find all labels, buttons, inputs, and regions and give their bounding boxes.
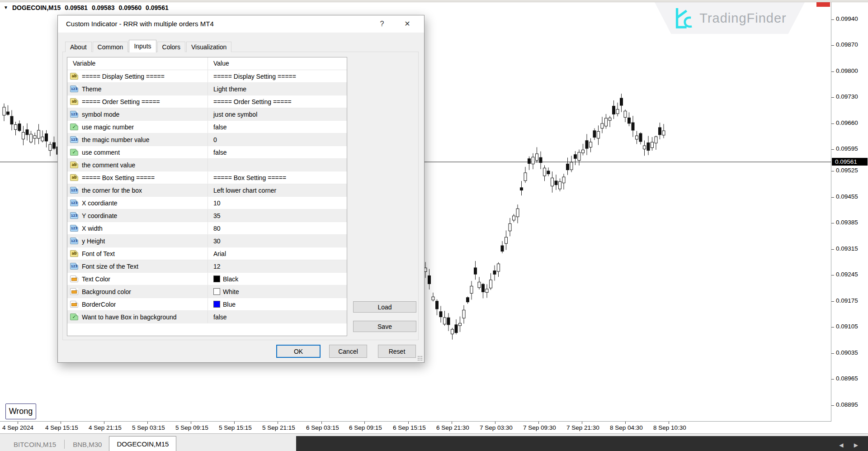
variable-value: false [213, 313, 227, 321]
value-cell[interactable]: Black [208, 273, 347, 285]
tradingfinder-watermark: TradingFinder [655, 2, 805, 34]
time-label: 6 Sep 21:30 [436, 424, 469, 431]
dialog-tab-visualization[interactable]: Visualization [186, 42, 231, 52]
chart-tab-dogecoin-m15[interactable]: DOGECOIN,M15 [109, 436, 176, 451]
table-row[interactable]: Text ColorBlack [67, 273, 347, 285]
table-row[interactable]: 123X coordiante10 [67, 197, 347, 209]
variable-cell: 123X coordiante [67, 197, 208, 209]
table-row[interactable]: ✓Want to have Box in bagckgroundfalse [67, 311, 347, 323]
variable-value: 12 [213, 263, 221, 270]
table-row[interactable]: 123X width80 [67, 222, 347, 235]
time-axis[interactable]: 4 Sep 20244 Sep 15:154 Sep 21:155 Sep 03… [0, 421, 831, 434]
dialog-tab-about[interactable]: About [65, 42, 92, 52]
table-row[interactable]: 123the corner for the boxLeft lower char… [67, 184, 347, 197]
value-cell[interactable]: false [208, 146, 347, 158]
variable-name: use comment [82, 149, 120, 156]
variable-name: Want to have Box in bagckground [82, 313, 177, 321]
time-tick [669, 422, 669, 424]
dialog-title: Custom Indicator - RRR with multiple ord… [66, 15, 214, 33]
variable-value: 0 [213, 136, 217, 143]
table-row[interactable]: ab===== Box Setting ========== Box Setti… [67, 171, 347, 184]
variable-name: X width [82, 225, 103, 232]
price-tick [831, 97, 834, 98]
variable-value: 30 [213, 237, 221, 245]
price-axis[interactable]: 0.09561 0.099400.098700.098000.097300.09… [831, 0, 868, 421]
tab-scroll-arrows-icon[interactable]: ◀ ▶ [839, 442, 863, 448]
help-icon[interactable]: ? [375, 15, 389, 33]
chart-tab-bnb-m30[interactable]: BNB,M30 [66, 438, 109, 451]
price-tick [831, 123, 834, 124]
close-value: 0.09561 [146, 4, 169, 11]
wrong-button[interactable]: Wrong [5, 404, 36, 419]
table-header-row: Variable Value [67, 57, 347, 70]
bottom-dark-bar: ◀ ▶ [296, 436, 868, 451]
price-label: 0.09315 [836, 245, 858, 252]
variable-name: ===== Order Setting ===== [82, 98, 160, 105]
variable-cell: ✓use comment [67, 146, 208, 158]
dialog-tab-inputs[interactable]: Inputs [129, 40, 156, 52]
variable-value: ===== Box Setting ===== [213, 174, 286, 181]
value-cell[interactable]: Light theme [208, 83, 347, 95]
value-cell[interactable]: ===== Box Setting ===== [208, 171, 347, 184]
table-row[interactable]: abthe comment value [67, 159, 347, 171]
variable-cell: ✓use magic number [67, 121, 208, 133]
resize-grip[interactable] [417, 356, 423, 361]
time-label: 5 Sep 09:15 [175, 424, 208, 431]
value-cell[interactable]: 30 [208, 235, 347, 247]
value-cell[interactable]: false [208, 311, 347, 323]
cancel-button[interactable]: Cancel [329, 345, 367, 358]
variable-value: 80 [213, 225, 221, 232]
close-icon[interactable]: ✕ [401, 15, 414, 33]
value-cell[interactable]: 0 [208, 133, 347, 146]
value-cell[interactable] [208, 159, 347, 171]
value-cell[interactable]: 10 [208, 197, 347, 209]
table-row[interactable]: BorderColorBlue [67, 298, 347, 311]
load-button[interactable]: Load [353, 301, 416, 313]
price-label: 0.09940 [836, 15, 858, 22]
price-label: 0.09870 [836, 41, 858, 48]
dialog-tab-colors[interactable]: Colors [157, 42, 185, 52]
table-row[interactable]: 123ThemeLight theme [67, 83, 347, 95]
param-type-str-icon: ab [70, 73, 78, 80]
table-row[interactable]: ✓use commentfalse [67, 146, 347, 159]
value-cell[interactable]: Blue [208, 298, 347, 310]
chart-tab-bitcoin-m15[interactable]: BITCOIN,M15 [6, 438, 63, 451]
price-tick [831, 171, 834, 171]
value-cell[interactable]: 80 [208, 222, 347, 234]
table-row[interactable]: abFont of TextArial [67, 247, 347, 260]
value-cell[interactable]: 35 [208, 209, 347, 222]
dialog-tab-common[interactable]: Common [93, 42, 128, 52]
table-row[interactable]: 123Font size of the Text12 [67, 260, 347, 273]
price-label: 0.09035 [836, 349, 858, 356]
dialog-titlebar[interactable]: Custom Indicator - RRR with multiple ord… [58, 15, 424, 33]
value-cell[interactable]: ===== Order Setting ===== [208, 95, 347, 108]
variable-value: Blue [223, 301, 236, 308]
table-row[interactable]: ab===== Display Setting ========== Displ… [67, 70, 347, 83]
table-row[interactable]: 123the magic number value0 [67, 133, 347, 146]
value-cell[interactable]: White [208, 285, 347, 298]
variable-cell: abFont of Text [67, 247, 208, 260]
value-cell[interactable]: Arial [208, 247, 347, 260]
param-type-bool-icon: ✓ [70, 149, 78, 156]
table-row[interactable]: 123y Height30 [67, 235, 347, 247]
table-row[interactable]: ✓use magic numberfalse [67, 121, 347, 133]
table-row[interactable]: 123Y coordinate35 [67, 209, 347, 222]
param-type-int-icon: 123 [70, 111, 78, 118]
reset-button[interactable]: Reset [378, 345, 416, 358]
time-tick [408, 422, 409, 424]
table-row[interactable]: Background colorWhite [67, 285, 347, 298]
ok-button[interactable]: OK [276, 345, 321, 358]
price-tick [831, 275, 834, 275]
table-row[interactable]: 123symbol modejust one symbol [67, 108, 347, 121]
value-cell[interactable]: Left lower chart corner [208, 184, 347, 196]
collapse-triangle-icon[interactable]: ▼ [4, 5, 8, 10]
value-cell[interactable]: false [208, 121, 347, 133]
low-value: 0.09560 [118, 4, 142, 11]
color-swatch [213, 288, 220, 295]
price-label: 0.09525 [836, 167, 858, 174]
value-cell[interactable]: 12 [208, 260, 347, 272]
table-row[interactable]: ab===== Order Setting ========== Order S… [67, 95, 347, 108]
value-cell[interactable]: ===== Display Setting ===== [208, 70, 347, 82]
value-cell[interactable]: just one symbol [208, 108, 347, 120]
save-button[interactable]: Save [353, 321, 416, 332]
